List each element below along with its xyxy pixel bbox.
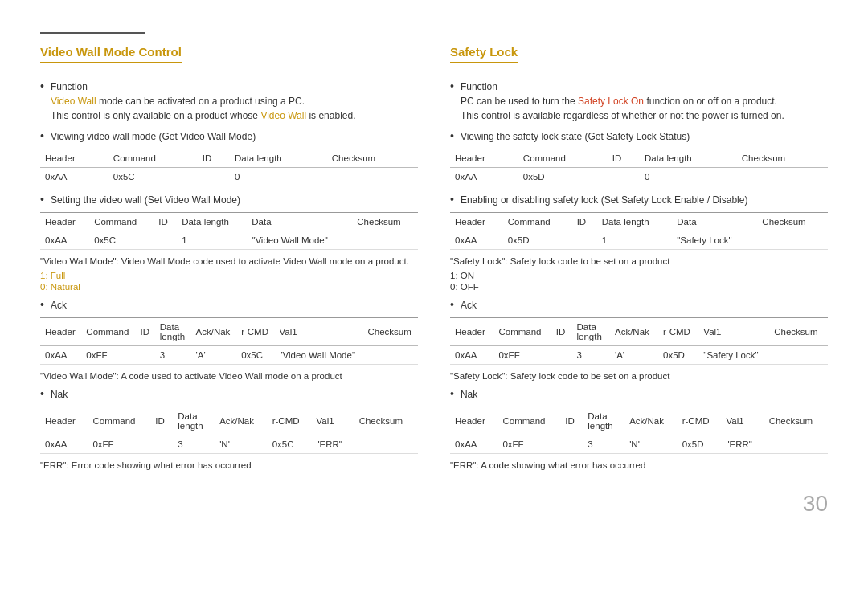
col-header: Ack/Nak [610, 318, 658, 346]
right-function-text: Function PC can be used to turn the Safe… [461, 80, 784, 123]
right-function-bullet: • Function PC can be used to turn the Sa… [450, 80, 828, 123]
table-row: 0xAA 0x5D 0 [450, 168, 828, 186]
col-header: Checksum [327, 149, 418, 168]
right-ack-bullet: • Ack [450, 298, 828, 313]
col-header: Checksum [354, 407, 418, 435]
main-content: Video Wall Mode Control • Function Video… [40, 45, 828, 475]
col-header: Header [450, 213, 503, 231]
bullet-icon: • [40, 130, 44, 141]
bullet-icon: • [450, 80, 454, 92]
left-err-note: "ERR": Error code showing what error has… [40, 460, 418, 470]
left-mode1: 1: Full [40, 271, 418, 280]
top-divider [40, 32, 145, 34]
col-header: r-CMD [678, 407, 722, 435]
col-header: Data length [640, 149, 737, 168]
col-header: Val1 [722, 407, 764, 435]
right-column: Safety Lock • Function PC can be used to… [450, 45, 828, 475]
col-header: Header [40, 213, 89, 231]
col-header: Ack/Nak [191, 318, 237, 346]
col-header: ID [136, 318, 155, 346]
right-nak-bullet: • Nak [450, 387, 828, 402]
bullet-icon: • [40, 388, 44, 399]
col-header: Command [493, 318, 551, 346]
right-table2: Header Command ID Data length Data Check… [450, 212, 828, 250]
right-note1: "Safety Lock": Safety lock code to be se… [450, 256, 828, 266]
col-header: Data length [177, 213, 247, 231]
bullet-icon: • [450, 299, 454, 310]
bullet-icon: • [40, 299, 44, 310]
col-header: Datalength [572, 318, 610, 346]
col-header: ID [572, 213, 597, 231]
col-header: r-CMD [268, 407, 312, 435]
col-header: Data [672, 213, 757, 231]
col-header: Checksum [362, 318, 418, 346]
table-row: 0xAA 0xFF 3 'N' 0x5C "ERR" [40, 435, 418, 454]
left-column: Video Wall Mode Control • Function Video… [40, 45, 418, 475]
table-row: 0xAA 0xFF 3 'A' 0x5C "Video Wall Mode" [40, 346, 418, 365]
left-table3: Header Command ID Datalength Ack/Nak r-C… [40, 317, 418, 365]
col-header: ID [608, 149, 640, 168]
col-header: Val1 [698, 318, 769, 346]
table-row: 0xAA 0xFF 3 'N' 0x5D "ERR" [450, 435, 828, 454]
col-header: Command [88, 407, 150, 435]
bullet-icon: • [450, 388, 454, 399]
col-header: Data [247, 213, 352, 231]
col-header: Datalength [583, 407, 624, 435]
left-function-text: Function Video Wall mode can be activate… [51, 80, 356, 123]
col-header: Datalength [173, 407, 215, 435]
right-mode1: 1: ON [450, 271, 828, 280]
table-row: 0xAA 0x5C 1 "Video Wall Mode" [40, 231, 418, 250]
col-header: Header [450, 149, 518, 168]
col-header: Command [81, 318, 135, 346]
page-number: 30 [40, 491, 828, 517]
bullet-icon: • [450, 130, 454, 141]
right-viewing-bullet: • Viewing the safety lock state (Get Saf… [450, 129, 828, 144]
col-header: Checksum [764, 407, 828, 435]
col-header: Datalength [155, 318, 191, 346]
left-viewing-bullet: • Viewing video wall mode (Get Video Wal… [40, 129, 418, 144]
table-row: 0xAA 0x5C 0 [40, 168, 418, 186]
left-setting-bullet: • Setting the video wall (Set Video Wall… [40, 193, 418, 207]
col-header: Checksum [757, 213, 828, 231]
col-header: Header [450, 407, 497, 435]
col-header: Data length [597, 213, 673, 231]
col-header: ID [154, 213, 177, 231]
col-header: Val1 [275, 318, 363, 346]
col-header: Ack/Nak [215, 407, 268, 435]
col-header: Header [40, 407, 88, 435]
left-nak-bullet: • Nak [40, 387, 418, 402]
col-header: Header [40, 318, 81, 346]
left-mode2: 0: Natural [40, 282, 418, 292]
left-ack-bullet: • Ack [40, 298, 418, 313]
col-header: Command [497, 407, 560, 435]
col-header: Command [503, 213, 572, 231]
table-row: 0xAA 0xFF 3 'A' 0x5D "Safety Lock" [450, 346, 828, 365]
left-note1: "Video Wall Mode": Video Wall Mode code … [40, 256, 418, 266]
col-header: Header [40, 149, 108, 168]
right-table3: Header Command ID Datalength Ack/Nak r-C… [450, 317, 828, 365]
col-header: Data length [230, 149, 327, 168]
col-header: ID [551, 318, 572, 346]
left-table4: Header Command ID Datalength Ack/Nak r-C… [40, 407, 418, 454]
bullet-icon: • [40, 80, 44, 92]
left-section-title: Video Wall Mode Control [40, 45, 418, 73]
right-table4: Header Command ID Datalength Ack/Nak r-C… [450, 407, 828, 454]
col-header: r-CMD [236, 318, 274, 346]
right-table1: Header Command ID Data length Checksum 0… [450, 149, 828, 186]
bullet-icon: • [450, 194, 454, 205]
col-header: Command [89, 213, 154, 231]
left-note2: "Video Wall Mode": A code used to activa… [40, 371, 418, 381]
col-header: Checksum [737, 149, 828, 168]
left-function-bullet: • Function Video Wall mode can be activa… [40, 80, 418, 123]
right-note2: "Safety Lock": Safety lock code to be se… [450, 371, 828, 381]
col-header: Command [518, 149, 608, 168]
col-header: r-CMD [658, 318, 698, 346]
right-section-title: Safety Lock [450, 45, 828, 73]
col-header: Checksum [769, 318, 828, 346]
col-header: Command [108, 149, 198, 168]
left-table2: Header Command ID Data length Data Check… [40, 212, 418, 250]
col-header: ID [150, 407, 173, 435]
table-row: 0xAA 0x5D 1 "Safety Lock" [450, 231, 828, 250]
right-mode2: 0: OFF [450, 282, 828, 292]
col-header: ID [560, 407, 583, 435]
